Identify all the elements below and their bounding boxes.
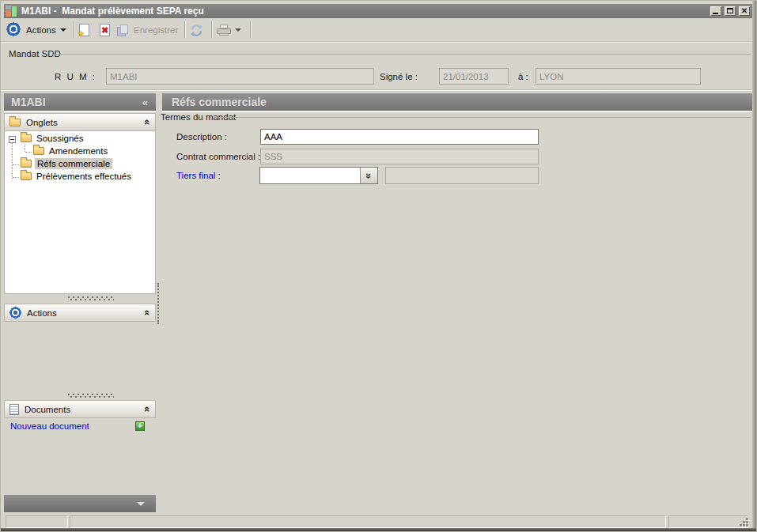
document-icon bbox=[9, 404, 19, 415]
collapse-chevron-icon: « bbox=[142, 119, 153, 125]
tree-connector bbox=[12, 143, 13, 179]
tree-item-soussignes[interactable]: Soussignés bbox=[36, 134, 83, 143]
section-header-actions[interactable]: Actions « bbox=[4, 304, 156, 322]
sidebar-collapse-button[interactable]: « bbox=[142, 96, 148, 108]
star-icon: ★ bbox=[78, 30, 85, 38]
main-header: Réfs commerciale bbox=[162, 93, 752, 112]
tree-expander[interactable] bbox=[9, 136, 16, 143]
rum-field bbox=[106, 68, 374, 85]
close-icon: ✕ bbox=[739, 6, 750, 16]
minimize-button[interactable] bbox=[710, 6, 722, 17]
app-icon bbox=[6, 6, 17, 17]
tiers-final-combo[interactable]: » bbox=[259, 167, 378, 184]
group-divider bbox=[51, 54, 751, 55]
onglets-label: Onglets bbox=[26, 118, 145, 127]
sidebar-header: M1ABI « bbox=[4, 93, 156, 112]
tree-item-prelevements[interactable]: Prélèvements effectués bbox=[36, 172, 131, 181]
printer-icon bbox=[217, 25, 231, 36]
red-x-icon: ✖ bbox=[100, 25, 109, 36]
maximize-button[interactable] bbox=[724, 6, 736, 17]
plus-icon: + bbox=[138, 421, 142, 430]
form-divider bbox=[1, 89, 752, 90]
dropdown-caret-icon bbox=[235, 28, 241, 32]
minus-icon bbox=[10, 139, 14, 140]
actions-menu-button[interactable]: Actions bbox=[26, 21, 66, 39]
collapse-chevron-icon: « bbox=[142, 310, 153, 315]
app-icon-part bbox=[12, 6, 17, 17]
minimize-icon bbox=[713, 13, 718, 14]
tree-panel: Soussignés Amendements Réfs commerciale … bbox=[4, 131, 156, 294]
tree-connector bbox=[13, 177, 19, 178]
window-border-bottom bbox=[1, 528, 757, 532]
new-document-button[interactable]: ★ bbox=[79, 21, 89, 39]
description-input[interactable] bbox=[260, 129, 539, 145]
tree-connector bbox=[25, 152, 32, 153]
add-document-button[interactable]: + bbox=[135, 421, 145, 431]
refresh-button[interactable] bbox=[190, 21, 203, 39]
tiers-combo-dropdown-button[interactable]: » bbox=[360, 168, 377, 183]
save-label: Enregistrer bbox=[134, 25, 178, 35]
actions-section-label: Actions bbox=[27, 308, 145, 318]
status-panel bbox=[70, 515, 666, 528]
tree-item-refs-commerciale[interactable]: Réfs commerciale bbox=[35, 158, 112, 169]
toolbar-separator bbox=[250, 21, 251, 38]
dropdown-caret-icon bbox=[60, 28, 66, 32]
save-icon-front bbox=[120, 25, 128, 34]
folder-icon bbox=[21, 172, 32, 180]
description-label: Description : bbox=[176, 132, 227, 141]
toolbar-separator bbox=[211, 21, 212, 38]
section-header-onglets[interactable]: Onglets « bbox=[4, 113, 156, 131]
sidebar-footer-bar[interactable] bbox=[4, 495, 156, 512]
app-icon-part bbox=[6, 10, 11, 17]
signed-date-field bbox=[439, 68, 509, 85]
app-icon-part bbox=[6, 6, 11, 9]
maximize-icon bbox=[727, 8, 733, 13]
tree-item-amendements[interactable]: Amendements bbox=[49, 146, 108, 156]
tiers-display-field bbox=[385, 167, 539, 184]
place-label: à : bbox=[518, 72, 528, 81]
application-window: M1ABI - Mandat prélèvement SEPA reçu ✕ A… bbox=[0, 0, 757, 532]
toolbar-divider bbox=[1, 41, 752, 42]
toolbar-separator bbox=[184, 21, 185, 38]
place-field bbox=[536, 68, 701, 85]
resize-grip[interactable] bbox=[740, 518, 750, 528]
folder-icon bbox=[21, 134, 32, 142]
delete-icon: ✖ bbox=[100, 24, 110, 36]
printer-paper bbox=[220, 25, 228, 28]
new-document-link[interactable]: Nouveau document bbox=[10, 421, 89, 431]
close-button[interactable]: ✕ bbox=[738, 6, 751, 17]
signed-label: Signé le : bbox=[380, 72, 418, 81]
contract-field bbox=[260, 149, 539, 164]
tree-connector bbox=[25, 145, 25, 152]
combo-chevron-icon: » bbox=[363, 172, 375, 178]
print-button[interactable] bbox=[217, 21, 231, 39]
actions-target-icon bbox=[6, 22, 21, 36]
new-document-icon: ★ bbox=[79, 24, 89, 36]
documents-section-label: Documents bbox=[25, 405, 145, 414]
status-panel bbox=[6, 515, 68, 528]
tree-connector bbox=[13, 164, 19, 165]
print-dropdown-button[interactable] bbox=[235, 21, 241, 39]
folder-icon bbox=[33, 147, 44, 155]
vertical-splitter[interactable] bbox=[157, 283, 160, 324]
footer-caret-icon bbox=[137, 502, 145, 506]
target-icon bbox=[9, 307, 21, 319]
main-header-title: Réfs commerciale bbox=[172, 96, 267, 108]
rum-label: R U M : bbox=[55, 72, 97, 81]
open-folder-icon bbox=[21, 160, 32, 168]
horizontal-splitter[interactable] bbox=[68, 394, 114, 398]
save-icon bbox=[117, 25, 129, 36]
group-divider bbox=[214, 117, 751, 118]
collapse-chevron-icon: « bbox=[142, 406, 153, 412]
title-bar[interactable]: M1ABI - Mandat prélèvement SEPA reçu ✕ bbox=[4, 4, 752, 18]
tiers-combo-input[interactable] bbox=[260, 168, 360, 183]
horizontal-splitter[interactable] bbox=[68, 296, 114, 300]
window-title: M1ABI - Mandat prélèvement SEPA reçu bbox=[21, 6, 710, 17]
save-button[interactable]: Enregistrer bbox=[117, 21, 178, 39]
tiers-final-label[interactable]: Tiers final : bbox=[176, 171, 221, 180]
delete-button[interactable]: ✖ bbox=[100, 21, 110, 39]
refresh-icon bbox=[190, 24, 203, 37]
sidebar-title: M1ABI bbox=[11, 96, 46, 108]
contract-label: Contrat commercial : bbox=[176, 152, 260, 161]
section-header-documents[interactable]: Documents « bbox=[4, 400, 156, 418]
